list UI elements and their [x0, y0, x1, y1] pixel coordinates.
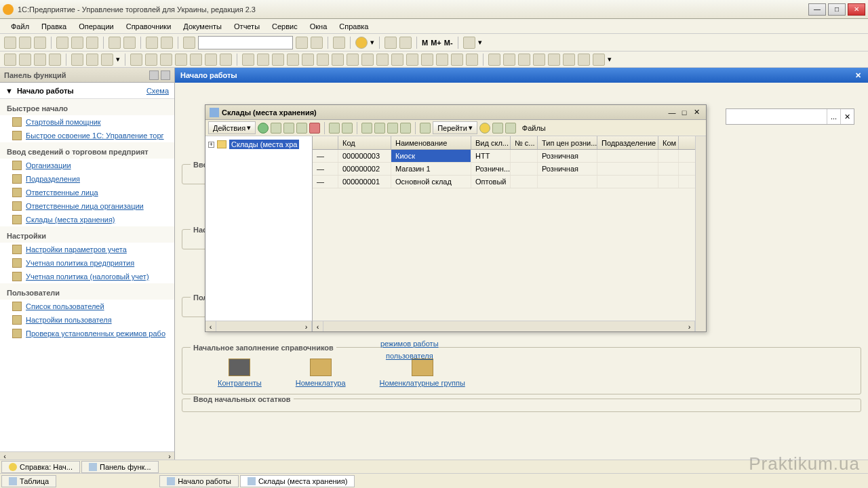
redo-icon[interactable] — [161, 37, 173, 49]
refresh-icon[interactable] — [311, 37, 323, 49]
left-hscroll[interactable]: ‹› — [0, 451, 174, 460]
tb2-icon[interactable] — [34, 54, 46, 66]
search-icon[interactable] — [183, 37, 195, 49]
m-label[interactable]: M — [422, 39, 428, 47]
print-icon[interactable] — [108, 37, 121, 49]
tb2-icon[interactable] — [406, 54, 418, 66]
goto-button[interactable]: Перейти ▾ — [433, 121, 477, 134]
tb2-icon[interactable] — [518, 54, 530, 66]
tb2-icon[interactable] — [563, 54, 575, 66]
tb2-icon[interactable] — [451, 54, 463, 66]
expand-icon[interactable]: + — [208, 142, 214, 148]
tb2-icon[interactable] — [578, 54, 590, 66]
add-icon[interactable] — [258, 123, 269, 134]
nav-link[interactable]: Стартовый помощник — [0, 115, 174, 129]
tb2-icon[interactable] — [272, 54, 284, 66]
nav-link[interactable]: Склады (места хранения) — [0, 213, 174, 226]
new-doc-icon[interactable] — [4, 37, 16, 49]
calc-icon[interactable] — [384, 37, 397, 49]
tb2-icon[interactable] — [436, 54, 448, 66]
dropdown-icon[interactable]: ▾ — [370, 38, 374, 47]
menu-catalogs[interactable]: Справочники — [121, 21, 177, 32]
dropdown-icon[interactable]: ▾ — [608, 55, 612, 64]
tb2-icon[interactable] — [317, 54, 329, 66]
nav-link[interactable]: Настройки параметров учета — [0, 243, 174, 256]
ref-nomenclature-groups[interactable]: Номенклатурные группы — [380, 359, 465, 387]
delete-icon[interactable] — [309, 123, 320, 134]
clear-button[interactable]: ✕ — [840, 109, 854, 124]
tb2-icon[interactable] — [376, 54, 389, 66]
nav-link[interactable]: Список пользователей — [0, 300, 174, 313]
chevron-down-icon[interactable]: ▼ — [5, 87, 13, 95]
popup-minimize-button[interactable]: — — [667, 108, 677, 117]
info-icon[interactable] — [355, 37, 368, 49]
tree-root-item[interactable]: + Склады (места хра — [205, 138, 312, 151]
help-icon[interactable] — [479, 123, 490, 134]
preview-icon[interactable] — [123, 37, 136, 49]
tb2-icon[interactable] — [391, 54, 403, 66]
open-icon[interactable] — [19, 37, 31, 49]
tb2-icon[interactable] — [220, 54, 232, 66]
nav-link[interactable]: Ответственные лица организации — [0, 199, 174, 213]
copy2-icon[interactable] — [333, 37, 345, 49]
menu-documents[interactable]: Документы — [178, 21, 227, 32]
ref-nomenclature[interactable]: Номенклатура — [296, 359, 346, 387]
maximize-button[interactable]: □ — [828, 3, 846, 16]
nav-link[interactable]: Учетная политика (налоговый учет) — [0, 270, 174, 283]
cut-icon[interactable] — [56, 37, 68, 49]
tb2-icon[interactable] — [145, 54, 157, 66]
col-dept[interactable]: Подразделение — [597, 136, 658, 149]
close-button[interactable]: ✕ — [848, 3, 865, 16]
m-minus[interactable]: M- — [444, 39, 453, 47]
ellipsis-button[interactable]: ... — [827, 109, 840, 124]
find-next-icon[interactable] — [296, 37, 308, 49]
files-link[interactable]: Файлы — [522, 124, 546, 132]
tab-table[interactable]: Таблица — [1, 475, 56, 487]
tb2-icon[interactable] — [86, 54, 98, 66]
menu-file[interactable]: Файл — [5, 21, 35, 32]
tb2-icon[interactable] — [488, 54, 500, 66]
copy-row-icon[interactable] — [283, 123, 294, 134]
table-row[interactable]: —000000002Магазин 1Розничн...Розничная — [313, 163, 695, 176]
tb2-icon[interactable] — [101, 54, 113, 66]
tb2-icon[interactable] — [257, 54, 269, 66]
m-plus[interactable]: M+ — [431, 39, 441, 47]
tb2-icon[interactable] — [19, 54, 31, 66]
tb2-icon[interactable] — [421, 54, 433, 66]
nav-link[interactable]: Организации — [0, 159, 174, 172]
tb2-icon[interactable] — [302, 54, 314, 66]
nav-link[interactable]: Настройки пользователя — [0, 313, 174, 327]
move-icon[interactable] — [329, 123, 340, 134]
dropdown-icon[interactable]: ▾ — [116, 55, 120, 64]
dropdown-icon[interactable]: ▾ — [478, 38, 482, 47]
tab-function-panel[interactable]: Панель функ... — [81, 461, 159, 473]
nav-link[interactable]: Быстрое освоение 1С: Управление торг — [0, 129, 174, 142]
menu-windows[interactable]: Окна — [304, 21, 333, 32]
hierarchy-icon[interactable] — [342, 123, 353, 134]
nav-link[interactable]: Учетная политика предприятия — [0, 256, 174, 270]
undo-icon[interactable] — [146, 37, 158, 49]
popup-maximize-button[interactable]: □ — [679, 108, 690, 117]
tab-help[interactable]: Справка: Нач... — [1, 461, 80, 473]
nav-link[interactable]: Подразделения — [0, 172, 174, 186]
tb2-icon[interactable] — [205, 54, 217, 66]
close-icon[interactable]: ✕ — [853, 70, 863, 80]
tb2-icon[interactable] — [593, 54, 605, 66]
menu-edit[interactable]: Правка — [36, 21, 72, 32]
filter2-icon[interactable] — [374, 123, 385, 134]
filter-icon[interactable] — [361, 123, 372, 134]
tb2-icon[interactable] — [190, 54, 202, 66]
list-icon[interactable] — [492, 123, 503, 134]
tb2-icon[interactable] — [287, 54, 299, 66]
grid-vscroll[interactable] — [695, 136, 706, 331]
col-rowmark[interactable] — [313, 136, 338, 149]
tb2-icon[interactable] — [347, 54, 359, 66]
schema-link[interactable]: Схема — [146, 87, 169, 95]
tree-hscroll[interactable]: ‹› — [205, 321, 312, 331]
refresh-icon[interactable] — [420, 123, 431, 134]
col-code[interactable]: Код — [338, 136, 391, 149]
filter3-icon[interactable] — [387, 123, 398, 134]
pin-icon[interactable] — [149, 70, 159, 80]
calendar-icon[interactable] — [399, 37, 412, 49]
nav-link[interactable]: Проверка установленных режимов рабо — [0, 327, 174, 340]
